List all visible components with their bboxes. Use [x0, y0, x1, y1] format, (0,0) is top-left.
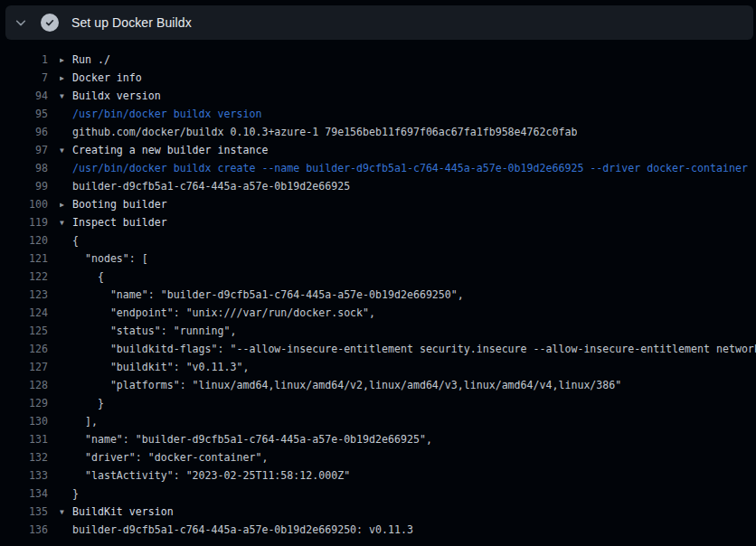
log-row: 130 ], [0, 412, 756, 430]
log-row: 124 "endpoint": "unix:///var/run/docker.… [0, 304, 756, 322]
log-row[interactable]: 100 Booting builder [0, 195, 756, 213]
line-number[interactable]: 100 [0, 195, 48, 213]
line-number[interactable]: 1 [0, 51, 48, 69]
log-output-text: } [60, 394, 104, 412]
disclosure-triangle-icon [60, 52, 72, 69]
line-number[interactable]: 127 [0, 358, 48, 376]
log-row: 132 "driver": "docker-container", [0, 448, 756, 466]
log-output-text: { [60, 268, 104, 286]
line-number[interactable]: 95 [0, 105, 48, 123]
line-number[interactable]: 130 [0, 412, 48, 430]
log-row: 95 /usr/bin/docker buildx version [0, 105, 756, 123]
line-number[interactable]: 99 [0, 177, 48, 195]
log-group-title[interactable]: Booting builder [72, 198, 167, 211]
log-command-text: /usr/bin/docker buildx create --name bui… [60, 159, 748, 177]
log-output-text: "buildkit": "v0.11.3", [60, 358, 249, 376]
line-number[interactable]: 7 [0, 69, 48, 87]
log-output-text: github.com/docker/buildx 0.10.3+azure-1 … [60, 123, 577, 141]
log-group-title[interactable]: BuildKit version [72, 505, 174, 518]
log-row: 96 github.com/docker/buildx 0.10.3+azure… [0, 123, 756, 141]
line-number[interactable]: 135 [0, 503, 48, 521]
log-row: 133 "lastActivity": "2023-02-25T11:58:12… [0, 466, 756, 485]
log-row: 99 builder-d9cfb5a1-c764-445a-a57e-0b19d… [0, 177, 756, 195]
line-number[interactable]: 129 [0, 394, 48, 412]
disclosure-triangle-icon [60, 504, 72, 521]
log-row: 122 { [0, 268, 756, 286]
line-number[interactable]: 124 [0, 304, 48, 322]
log-console: 1 Run ./ 7 Docker info 94 Buildx version… [0, 51, 756, 539]
log-row: 134 } [0, 485, 756, 503]
log-output-text: "name": "builder-d9cfb5a1-c764-445a-a57e… [60, 286, 464, 304]
line-number[interactable]: 128 [0, 376, 48, 394]
log-row[interactable]: 97 Creating a new builder instance [0, 141, 756, 159]
log-row[interactable]: 7 Docker info [0, 69, 756, 87]
line-number[interactable]: 121 [0, 249, 48, 268]
line-number[interactable]: 131 [0, 430, 48, 448]
log-output-text: } [60, 485, 79, 503]
disclosure-triangle-icon [60, 70, 72, 87]
line-number[interactable]: 97 [0, 141, 48, 159]
line-number[interactable]: 122 [0, 268, 48, 286]
log-output-text: { [60, 231, 79, 249]
log-command-text: /usr/bin/docker buildx version [60, 105, 261, 123]
line-number[interactable]: 123 [0, 286, 48, 304]
log-output-text: ], [60, 412, 98, 430]
line-number[interactable]: 98 [0, 159, 48, 177]
log-row[interactable]: 119 Inspect builder [0, 213, 756, 231]
log-row: 125 "status": "running", [0, 322, 756, 340]
log-output-text: "endpoint": "unix:///var/run/docker.sock… [60, 304, 375, 322]
disclosure-triangle-icon [60, 214, 72, 231]
line-number[interactable]: 134 [0, 485, 48, 503]
log-group-title[interactable]: Creating a new builder instance [72, 144, 268, 156]
step-title: Set up Docker Buildx [71, 15, 192, 30]
log-group-title[interactable]: Buildx version [72, 89, 161, 102]
log-row: 129 } [0, 394, 756, 412]
log-group-title[interactable]: Run ./ [72, 53, 110, 66]
log-row[interactable]: 94 Buildx version [0, 87, 756, 105]
disclosure-triangle-icon [60, 196, 72, 213]
log-row: 126 "buildkitd-flags": "--allow-insecure… [0, 340, 756, 358]
line-number[interactable]: 119 [0, 213, 48, 231]
log-row: 136 builder-d9cfb5a1-c764-445a-a57e-0b19… [0, 521, 756, 539]
log-output-text: "driver": "docker-container", [60, 448, 268, 466]
log-row[interactable]: 1 Run ./ [0, 51, 756, 69]
log-output-text: builder-d9cfb5a1-c764-445a-a57e-0b19d2e6… [60, 521, 413, 539]
log-row: 123 "name": "builder-d9cfb5a1-c764-445a-… [0, 286, 756, 304]
check-circle-icon [41, 14, 59, 32]
chevron-down-icon[interactable] [14, 15, 28, 30]
line-number[interactable]: 96 [0, 123, 48, 141]
line-number[interactable]: 132 [0, 448, 48, 466]
log-row: 128 "platforms": "linux/amd64,linux/amd6… [0, 376, 756, 394]
log-group-title[interactable]: Inspect builder [72, 216, 167, 229]
log-row[interactable]: 135 BuildKit version [0, 503, 756, 521]
log-output-text: "buildkitd-flags": "--allow-insecure-ent… [60, 340, 756, 358]
disclosure-triangle-icon [60, 88, 72, 105]
log-output-text: "nodes": [ [60, 249, 148, 268]
log-row: 121 "nodes": [ [0, 249, 756, 268]
log-row: 127 "buildkit": "v0.11.3", [0, 358, 756, 376]
line-number[interactable]: 136 [0, 521, 48, 539]
line-number[interactable]: 126 [0, 340, 48, 358]
log-output-text: builder-d9cfb5a1-c764-445a-a57e-0b19d2e6… [60, 177, 350, 195]
disclosure-triangle-icon [60, 142, 72, 159]
log-row: 131 "name": "builder-d9cfb5a1-c764-445a-… [0, 430, 756, 448]
line-number[interactable]: 94 [0, 87, 48, 105]
log-group-title[interactable]: Docker info [72, 71, 142, 84]
log-output-text: "lastActivity": "2023-02-25T11:58:12.000… [60, 466, 350, 485]
log-output-text: "status": "running", [60, 322, 236, 340]
line-number[interactable]: 125 [0, 322, 48, 340]
log-output-text: "name": "builder-d9cfb5a1-c764-445a-a57e… [60, 430, 432, 448]
log-output-text: "platforms": "linux/amd64,linux/amd64/v2… [60, 376, 621, 394]
line-number[interactable]: 120 [0, 231, 48, 249]
step-header[interactable]: Set up Docker Buildx [5, 5, 753, 40]
log-row: 98 /usr/bin/docker buildx create --name … [0, 159, 756, 177]
line-number[interactable]: 133 [0, 466, 48, 485]
log-row: 120 { [0, 231, 756, 249]
